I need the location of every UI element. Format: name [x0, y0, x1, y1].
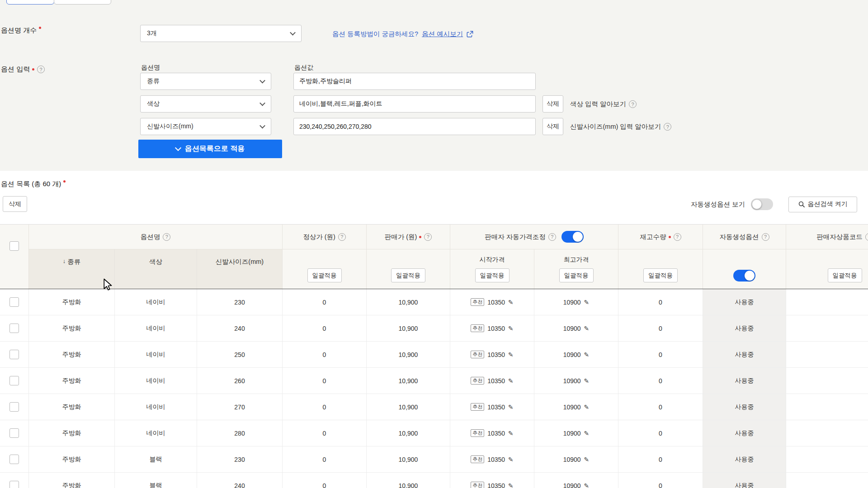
option-list-title: 옵션 목록 (총 60 개) [1, 180, 66, 188]
option-name-select-2[interactable]: 색상 [140, 95, 271, 113]
apply-options-button[interactable]: 옵션목록으로 적용 [138, 140, 282, 158]
bulk-apply-normal-price-button[interactable]: 일괄적용 [307, 268, 342, 282]
edit-icon[interactable]: ✎ [508, 456, 514, 463]
external-link-icon[interactable] [467, 31, 473, 38]
required-dot-icon [39, 27, 41, 29]
cell-seller-code [786, 289, 868, 315]
option-value-input-2[interactable] [293, 95, 536, 113]
edit-icon[interactable]: ✎ [508, 404, 514, 411]
cell-normal-price: 0 [283, 315, 367, 341]
bulk-apply-max-price-button[interactable]: 일괄적용 [559, 268, 594, 282]
help-icon[interactable]: ? [548, 233, 556, 241]
edit-icon[interactable]: ✎ [508, 299, 514, 306]
option-name-header: 옵션명 [141, 64, 160, 72]
checkbox-cell [0, 368, 29, 394]
help-icon[interactable]: ? [762, 233, 769, 241]
row-checkbox[interactable] [9, 376, 19, 385]
option-name-select-3[interactable]: 신발사이즈(mm) [140, 118, 271, 135]
edit-icon[interactable]: ✎ [584, 404, 590, 411]
edit-icon[interactable]: ✎ [584, 430, 590, 437]
mouse-cursor [101, 278, 115, 291]
cell-max-price: 10900 ✎ [534, 289, 618, 315]
chevron-down-icon [290, 30, 296, 36]
delete-option-row-2-button[interactable]: 삭제 [542, 95, 563, 113]
edit-icon[interactable]: ✎ [508, 430, 514, 437]
edit-icon[interactable]: ✎ [584, 377, 590, 385]
cell-status: 사용중 [703, 342, 786, 367]
help-icon[interactable]: ? [163, 233, 170, 241]
delete-option-row-3-button[interactable]: 삭제 [542, 118, 563, 135]
bulk-apply-start-price-button[interactable]: 일괄적용 [475, 268, 509, 282]
edit-icon[interactable]: ✎ [508, 377, 514, 385]
edit-icon[interactable]: ✎ [584, 325, 590, 332]
row-checkbox[interactable] [9, 455, 19, 464]
edit-icon[interactable]: ✎ [584, 299, 590, 306]
subheader-color[interactable]: 색상 [115, 249, 197, 289]
cell-size: 240 [197, 473, 283, 488]
cell-start-price: 추천 10350 ✎ [450, 315, 534, 341]
row-checkbox[interactable] [9, 297, 19, 307]
cell-normal-price: 0 [283, 368, 367, 394]
auto-option-bulk-toggle[interactable] [733, 270, 755, 282]
edit-icon[interactable]: ✎ [584, 351, 590, 358]
select-all-checkbox[interactable] [9, 241, 19, 251]
cell-status: 사용중 [703, 473, 786, 488]
subheader-sale-price-bulk: 일괄적용 [367, 249, 450, 289]
edit-icon[interactable]: ✎ [584, 482, 590, 488]
bulk-apply-seller-code-button[interactable]: 일괄적용 [828, 268, 862, 282]
help-icon[interactable]: ? [674, 233, 681, 241]
help-icon[interactable]: ? [338, 233, 346, 241]
sort-down-icon: ↓ [63, 258, 66, 264]
row-checkbox[interactable] [9, 402, 19, 412]
partial-tab[interactable] [54, 0, 111, 5]
recommend-badge: 추천 [471, 455, 484, 463]
row-checkbox[interactable] [9, 428, 19, 438]
subheader-seller-code-bulk: 일괄적용 [786, 249, 868, 289]
cell-sale-price: 10,900 [367, 342, 450, 367]
option-count-select[interactable]: 3개 [140, 25, 302, 42]
bulk-apply-sale-price-button[interactable]: 일괄적용 [391, 268, 425, 282]
delete-selected-button[interactable]: 삭제 [3, 196, 27, 212]
cell-size: 270 [197, 394, 283, 420]
cell-size: 250 [197, 342, 283, 367]
cell-sale-price: 10,900 [367, 446, 450, 472]
cell-status: 사용중 [703, 394, 786, 420]
cell-status: 사용중 [703, 368, 786, 394]
cell-max-price: 10900 ✎ [534, 315, 618, 341]
recommend-badge: 추천 [471, 377, 484, 385]
table-row: 주방화 네이비 260 0 10,900 추천 10350 ✎ 10900 ✎ … [0, 368, 868, 394]
help-icon[interactable]: ? [629, 100, 637, 108]
auto-generated-options-visibility-toggle[interactable] [751, 198, 773, 210]
edit-icon[interactable]: ✎ [508, 351, 514, 358]
edit-icon[interactable]: ✎ [508, 482, 514, 488]
checkbox-cell [0, 420, 29, 446]
cell-normal-price: 0 [283, 420, 367, 446]
row-checkbox[interactable] [9, 481, 19, 488]
cell-seller-code [786, 342, 868, 367]
help-icon[interactable]: ? [37, 66, 45, 73]
option-value-input-1[interactable] [293, 73, 536, 90]
help-icon[interactable]: ? [424, 233, 432, 241]
cell-seller-code [786, 420, 868, 446]
partial-tab-selected[interactable] [6, 0, 54, 5]
row-checkbox[interactable] [9, 350, 19, 359]
help-icon[interactable]: ? [664, 123, 671, 131]
option-input-label: 옵션 입력 ? [1, 65, 45, 74]
row-checkbox[interactable] [9, 324, 19, 333]
header-seller-code: 판매자상품코드? [786, 225, 868, 249]
cell-seller-code [786, 394, 868, 420]
subheader-size[interactable]: 신발사이즈(mm) [197, 249, 283, 289]
recommend-badge: 추천 [471, 403, 484, 411]
help-icon[interactable]: ? [865, 233, 868, 241]
option-name-select-1[interactable]: 종류 [140, 73, 271, 90]
edit-icon[interactable]: ✎ [584, 456, 590, 463]
select-all-cell [0, 225, 29, 289]
cell-size: 230 [197, 289, 283, 315]
edit-icon[interactable]: ✎ [508, 325, 514, 332]
option-value-input-3[interactable] [293, 118, 536, 135]
option-example-link[interactable]: 옵션 예시보기 [422, 30, 463, 38]
option-search-button[interactable]: 옵션검색 켜기 [788, 197, 857, 212]
bulk-apply-stock-button[interactable]: 일괄적용 [643, 268, 678, 282]
cell-stock: 0 [618, 289, 703, 315]
auto-price-adjust-toggle[interactable] [561, 231, 584, 243]
